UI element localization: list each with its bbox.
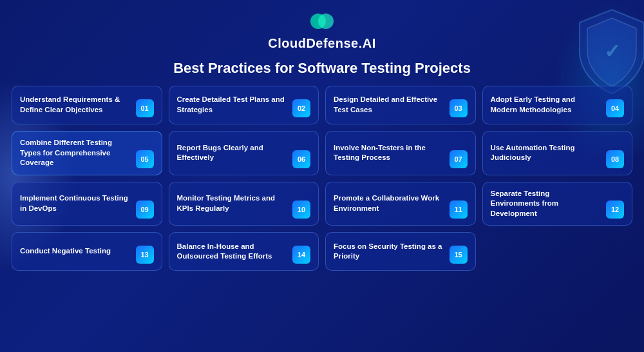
logo-icon — [308, 12, 336, 34]
card-10-text: Monitor Testing Metrics and KPIs Regular… — [177, 193, 293, 213]
cards-container: Understand Requirements & Define Clear O… — [0, 86, 644, 271]
card-15-text: Focus on Security Testing as a Priority — [334, 242, 450, 262]
card-02-number: 02 — [292, 99, 310, 117]
card-06-number: 06 — [292, 150, 310, 168]
card-10-number: 10 — [292, 200, 310, 219]
brand-logo-text: CloudDefense.AI — [268, 36, 376, 50]
card-10[interactable]: Monitor Testing Metrics and KPIs Regular… — [169, 182, 319, 226]
card-12-text: Separate Testing Environments from Devel… — [491, 189, 607, 219]
row-3: Implement Continuous Testing in DevOps 0… — [0, 182, 644, 226]
card-07-number: 07 — [450, 150, 468, 168]
card-04-number: 04 — [606, 99, 624, 117]
header: CloudDefense.AI — [0, 0, 644, 57]
row-2: Combine Different Testing Types for Comp… — [0, 131, 644, 175]
card-11-text: Promote a Collaborative Work Environment — [334, 193, 450, 213]
card-01-text: Understand Requirements & Define Clear O… — [20, 95, 136, 115]
card-13[interactable]: Conduct Negative Testing 13 — [12, 232, 162, 271]
card-13-number: 13 — [136, 246, 154, 264]
card-08[interactable]: Use Automation Testing Judiciously 08 — [482, 131, 633, 175]
card-08-text: Use Automation Testing Judiciously — [491, 143, 607, 163]
page-title: Best Practices for Software Testing Proj… — [0, 60, 644, 77]
card-11-number: 11 — [450, 200, 468, 219]
row-1: Understand Requirements & Define Clear O… — [0, 86, 644, 124]
card-01[interactable]: Understand Requirements & Define Clear O… — [12, 86, 162, 124]
card-12[interactable]: Separate Testing Environments from Devel… — [482, 182, 633, 226]
card-12-number: 12 — [606, 200, 624, 219]
card-14[interactable]: Balance In-House and Outsourced Testing … — [169, 232, 319, 271]
card-15[interactable]: Focus on Security Testing as a Priority … — [325, 232, 476, 271]
card-06[interactable]: Report Bugs Clearly and Effectively 06 — [169, 131, 319, 175]
card-09[interactable]: Implement Continuous Testing in DevOps 0… — [12, 182, 162, 226]
card-04-text: Adopt Early Testing and Modern Methodolo… — [491, 95, 607, 115]
card-07[interactable]: Involve Non-Testers in the Testing Proce… — [325, 131, 476, 175]
card-02[interactable]: Create Detailed Test Plans and Strategie… — [169, 86, 319, 124]
card-06-text: Report Bugs Clearly and Effectively — [177, 143, 293, 163]
card-05-text: Combine Different Testing Types for Comp… — [20, 138, 136, 168]
card-14-number: 14 — [292, 246, 310, 264]
row-4: Conduct Negative Testing 13 Balance In-H… — [0, 232, 644, 271]
card-11[interactable]: Promote a Collaborative Work Environment… — [325, 182, 476, 226]
card-02-text: Create Detailed Test Plans and Strategie… — [177, 95, 293, 115]
card-05-number: 05 — [136, 150, 154, 168]
card-05[interactable]: Combine Different Testing Types for Comp… — [12, 131, 162, 175]
card-01-number: 01 — [136, 99, 154, 117]
card-13-text: Conduct Negative Testing — [20, 246, 136, 257]
svg-point-2 — [318, 14, 334, 29]
card-03-text: Design Detailed and Effective Test Cases — [334, 95, 450, 115]
card-14-text: Balance In-House and Outsourced Testing … — [177, 242, 293, 262]
card-04[interactable]: Adopt Early Testing and Modern Methodolo… — [482, 86, 633, 124]
card-07-text: Involve Non-Testers in the Testing Proce… — [334, 143, 450, 163]
card-09-text: Implement Continuous Testing in DevOps — [20, 193, 136, 213]
card-08-number: 08 — [606, 150, 624, 168]
card-15-number: 15 — [450, 246, 468, 264]
card-09-number: 09 — [136, 200, 154, 219]
card-03[interactable]: Design Detailed and Effective Test Cases… — [325, 86, 476, 124]
card-03-number: 03 — [450, 99, 468, 117]
